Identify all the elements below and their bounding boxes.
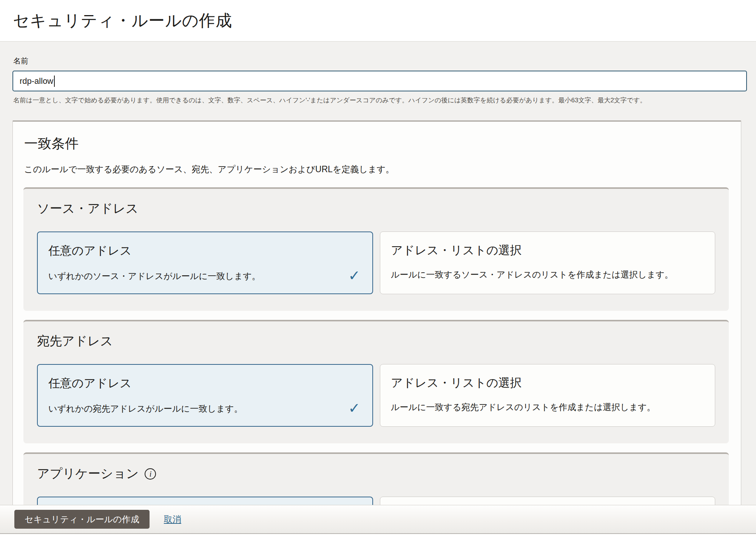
source-any-address-card[interactable]: 任意のアドレス いずれかのソース・アドレスがルールに一致します。 ✓ [37, 231, 373, 294]
text-cursor [54, 76, 55, 87]
source-select-address-list-card[interactable]: アドレス・リストの選択 ルールに一致するソース・アドレスのリストを作成または選択… [380, 231, 715, 294]
name-helper-text: 名前は一意とし、文字で始める必要があります。使用できるのは、文字、数字、スペース… [13, 96, 744, 105]
cancel-link[interactable]: 取消 [164, 514, 181, 525]
create-security-rule-page: セキュリティ・ルールの作成 名前 rdp-allow 名前は一意とし、文字で始め… [0, 0, 756, 537]
destination-address-options: 任意のアドレス いずれかの宛先アドレスがルールに一致します。 ✓ アドレス・リス… [37, 364, 715, 427]
name-input[interactable]: rdp-allow [12, 71, 747, 91]
check-icon: ✓ [348, 269, 360, 282]
source-address-title: ソース・アドレス [37, 200, 715, 217]
source-address-options: 任意のアドレス いずれかのソース・アドレスがルールに一致します。 ✓ アドレス・… [37, 231, 715, 294]
option-title: 任意のアドレス [48, 375, 362, 391]
form-content: 名前 rdp-allow 名前は一意とし、文字で始める必要があります。使用できる… [0, 42, 756, 537]
footer-action-bar: セキュリティ・ルールの作成 取消 [0, 505, 756, 534]
name-label: 名前 [13, 56, 744, 66]
create-security-rule-button[interactable]: セキュリティ・ルールの作成 [14, 510, 150, 529]
info-icon[interactable]: i [145, 468, 156, 480]
option-description: いずれかのソース・アドレスがルールに一致します。 [48, 270, 261, 282]
application-title: アプリケーション i [37, 465, 715, 482]
option-title: 任意のアドレス [48, 243, 362, 259]
name-input-value: rdp-allow [20, 76, 53, 86]
match-conditions-title: 一致条件 [24, 134, 741, 153]
match-conditions-section: 一致条件 このルールで一致する必要のあるソース、宛先、アプリケーションおよびUR… [12, 120, 741, 537]
destination-address-panel: 宛先アドレス 任意のアドレス いずれかの宛先アドレスがルールに一致します。 ✓ … [23, 320, 729, 443]
page-title: セキュリティ・ルールの作成 [13, 10, 743, 32]
source-address-panel: ソース・アドレス 任意のアドレス いずれかのソース・アドレスがルールに一致します… [23, 187, 729, 311]
option-description: ルールに一致する宛先アドレスのリストを作成または選択します。 [391, 401, 656, 413]
option-title: アドレス・リストの選択 [391, 375, 704, 391]
option-title: アドレス・リストの選択 [391, 242, 704, 258]
option-description: ルールに一致するソース・アドレスのリストを作成または選択します。 [391, 269, 673, 281]
destination-any-address-card[interactable]: 任意のアドレス いずれかの宛先アドレスがルールに一致します。 ✓ [37, 364, 373, 427]
destination-select-address-list-card[interactable]: アドレス・リストの選択 ルールに一致する宛先アドレスのリストを作成または選択しま… [380, 364, 715, 427]
check-icon: ✓ [348, 402, 360, 415]
bottom-strip [0, 534, 756, 537]
destination-address-title: 宛先アドレス [37, 333, 715, 350]
option-description: いずれかの宛先アドレスがルールに一致します。 [48, 403, 243, 415]
page-header: セキュリティ・ルールの作成 [0, 0, 756, 42]
match-conditions-description: このルールで一致する必要のあるソース、宛先、アプリケーションおよびURLを定義し… [24, 164, 741, 175]
